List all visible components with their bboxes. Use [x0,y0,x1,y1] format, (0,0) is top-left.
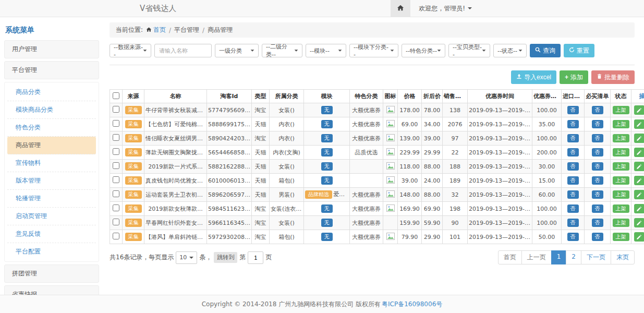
add-button[interactable]: + 添加 [560,70,588,84]
filter-select[interactable]: 一级分类 [215,44,259,57]
sidebar-item-商品管理[interactable]: 商品管理 [7,137,96,154]
filter-select[interactable]: --模块-- [306,44,346,57]
row-checkbox[interactable] [113,162,119,169]
filter-select[interactable]: --状态-- [493,44,527,57]
row-checkbox[interactable] [113,134,119,141]
must-buy-toggle[interactable]: 否 [592,176,603,185]
sidebar-item-启动页管理[interactable]: 启动页管理 [7,208,96,225]
sidebar-item-模块商品分类[interactable]: 模块商品分类 [7,101,96,119]
row-checkbox[interactable] [113,176,119,183]
filter-select[interactable]: --宝贝类型-- [448,44,490,57]
cell-icon [383,131,398,146]
sidebar-item-用户管理[interactable]: 用户管理 [4,40,99,58]
row-checkbox[interactable] [113,106,119,113]
edit-button[interactable] [634,162,644,171]
breadcrumb-home-link[interactable]: 首页 [146,26,166,34]
edit-button[interactable] [634,176,644,185]
must-buy-toggle[interactable]: 否 [592,120,603,129]
page-suffix: 页 [265,253,272,262]
pager-button-上一页[interactable]: 上一页 [521,250,552,264]
import-toggle[interactable]: 否 [567,219,579,227]
row-checkbox[interactable] [113,190,119,197]
chevron-down-icon [391,50,394,51]
import-toggle[interactable]: 否 [567,204,579,213]
must-buy-toggle[interactable]: 否 [592,190,603,199]
import-toggle[interactable]: 否 [567,190,579,199]
edit-button[interactable] [634,134,644,143]
row-checkbox[interactable] [113,219,119,225]
filter-select[interactable]: --特色分类-- [402,44,445,57]
home-button[interactable] [391,0,410,17]
edit-button[interactable] [634,218,644,227]
icp-link[interactable]: 粤ICP备16098006号 [382,300,442,309]
status-toggle[interactable]: 上架 [613,190,629,199]
import-toggle[interactable]: 否 [567,120,579,129]
sidebar-item-商品分类[interactable]: 商品分类 [7,83,96,101]
must-buy-toggle[interactable]: 否 [592,148,603,157]
edit-button[interactable] [634,105,644,115]
sidebar-item-意见反馈[interactable]: 意见反馈 [7,225,96,243]
status-toggle[interactable]: 上架 [613,162,629,171]
sidebar-item-轮播管理[interactable]: 轮播管理 [7,190,96,208]
import-toggle[interactable]: 否 [567,176,579,185]
sidebar-item-特色分类[interactable]: 特色分类 [7,119,96,137]
sidebar-item-拼团管理[interactable]: 拼团管理 [4,264,99,283]
name-search-input[interactable] [154,44,212,57]
jump-to-button[interactable]: 跳转到 [214,252,237,263]
cell-name: 薄款无钢圈文胸聚拢性... [144,146,207,160]
page-number-input[interactable] [248,251,263,264]
pager-button-下一页[interactable]: 下一页 [581,250,611,264]
edit-button[interactable] [634,190,644,199]
pager-button-末页[interactable]: 末页 [611,250,635,264]
status-toggle[interactable]: 上架 [613,204,629,213]
edit-button[interactable] [634,232,644,242]
must-buy-toggle[interactable]: 否 [592,219,603,227]
row-checkbox[interactable] [113,120,119,127]
sidebar-item-省惠快报[interactable]: 省惠快报 [4,285,99,295]
pager-button-1[interactable]: 1 [551,250,567,264]
batch-delete-button[interactable]: 批量删除 [591,70,635,84]
status-toggle[interactable]: 上架 [613,134,629,143]
edit-button[interactable] [634,204,644,213]
status-toggle[interactable]: 上架 [613,233,629,242]
sidebar-item-平台管理[interactable]: 平台管理 [4,61,99,79]
row-checkbox[interactable] [113,148,119,155]
must-buy-toggle[interactable]: 否 [592,233,603,242]
import-toggle[interactable]: 否 [567,148,579,157]
filter-select[interactable]: --数据来源-- [110,44,151,57]
user-menu[interactable]: 欢迎您，管理员! [419,4,472,13]
import-toggle[interactable]: 否 [567,134,579,143]
row-checkbox[interactable] [113,233,119,239]
cell-coupon-time: 2019-09-13—2019-09-15 [468,188,532,202]
per-page-select[interactable]: 10 [176,251,197,264]
edit-button[interactable] [634,148,644,157]
import-excel-button[interactable]: 导入excel [511,70,556,84]
status-toggle[interactable]: 上架 [613,176,629,185]
import-toggle[interactable]: 否 [567,106,579,115]
status-toggle[interactable]: 上架 [613,106,629,115]
status-toggle[interactable]: 上架 [613,120,629,129]
status-toggle[interactable]: 上架 [613,148,629,157]
must-buy-toggle[interactable]: 否 [592,204,603,213]
must-buy-toggle[interactable]: 否 [592,162,603,171]
must-buy-toggle[interactable]: 否 [592,134,603,143]
search-button[interactable]: 查询 [530,44,561,57]
import-toggle[interactable]: 否 [567,162,579,171]
pager-button-2[interactable]: 2 [566,250,581,264]
pager-button-首页[interactable]: 首页 [498,250,522,264]
cell-ops [631,103,644,117]
edit-button[interactable] [634,119,644,129]
select-all-checkbox[interactable] [113,92,119,99]
cell-taoke-id: 577479560965 [207,103,252,117]
must-buy-toggle[interactable]: 否 [592,106,603,115]
sidebar-item-版本管理[interactable]: 版本管理 [7,172,96,190]
sidebar-item-宣传物料[interactable]: 宣传物料 [7,154,96,172]
filter-select[interactable]: --二级分类-- [262,44,302,57]
reset-button[interactable]: 重置 [564,44,594,57]
cell-select [110,202,123,216]
status-toggle[interactable]: 上架 [613,219,629,227]
filter-select[interactable]: --模块下分类-- [349,44,398,57]
sidebar-item-平台配置[interactable]: 平台配置 [7,243,96,260]
row-checkbox[interactable] [113,204,119,211]
import-toggle[interactable]: 否 [567,233,579,242]
